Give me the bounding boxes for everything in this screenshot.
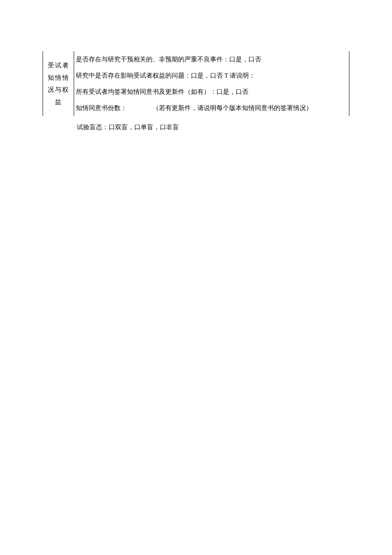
section-label: 受试者知情情况与权益 [43,51,74,116]
line-blinding: 试验盲态：口双盲，口单盲，口非盲 [43,116,349,132]
line-consent-copies: 知情同意书份数： （若有更新件，请说明每个版本知情同意书的签署情况） [74,100,349,116]
form-section: 受试者知情情况与权益 是否存在与研究干预相关的、非预期的严重不良事件：口是，口否… [43,51,349,116]
line-rights-issues: 研究中是否存在影响受试者权益的问题：口是，口否 T 请说明： [74,67,349,84]
line-consent-signed: 所有受试者均签署知情同意书及更新件（如有）：口是，口否 [74,84,349,100]
section-content: 是否存在与研究干预相关的、非预期的严重不良事件：口是，口否 研究中是否存在影响受… [74,51,349,116]
line-adverse-events: 是否存在与研究干预相关的、非预期的严重不良事件：口是，口否 [74,51,349,67]
